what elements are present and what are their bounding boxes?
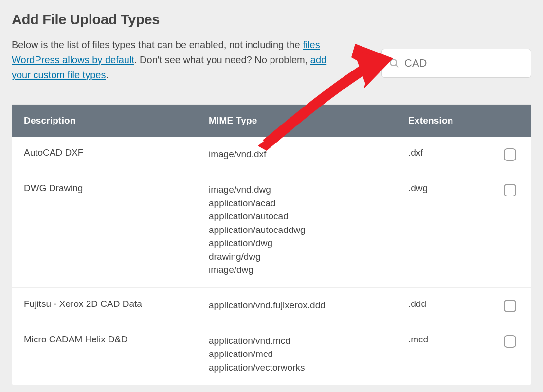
cell-mime: image/vnd.dwg application/acad applicati… xyxy=(197,172,397,287)
table-row: Micro CADAM Helix D&D application/vnd.mc… xyxy=(12,323,531,385)
enable-checkbox[interactable] xyxy=(504,335,516,348)
col-header-mime: MIME Type xyxy=(197,105,397,137)
file-types-table: Description MIME Type Extension AutoCAD … xyxy=(12,104,531,385)
cell-description: Micro CADAM Helix D&D xyxy=(12,323,197,356)
enable-checkbox[interactable] xyxy=(504,148,516,161)
intro-text: Below is the list of files types that ca… xyxy=(12,37,343,83)
page-title: Add File Upload Types xyxy=(12,12,531,28)
cell-description: Fujitsu - Xerox 2D CAD Data xyxy=(12,288,197,320)
intro-part1: Below is the list of files types that ca… xyxy=(12,39,303,50)
enable-checkbox[interactable] xyxy=(504,300,516,312)
col-header-extension: Extension xyxy=(397,105,486,137)
cell-extension: .ddd xyxy=(397,288,486,320)
col-header-toggle xyxy=(486,105,531,137)
svg-line-1 xyxy=(396,65,398,67)
search-box[interactable] xyxy=(381,49,531,78)
cell-mime: application/vnd.fujixerox.ddd xyxy=(197,288,397,323)
enable-checkbox[interactable] xyxy=(504,184,516,196)
intro-part2: . Don't see what you need? No problem, xyxy=(134,54,310,65)
col-header-description: Description xyxy=(12,105,197,137)
cell-mime: image/vnd.dxf xyxy=(197,137,397,172)
cell-description: AutoCAD DXF xyxy=(12,137,197,169)
table-header: Description MIME Type Extension xyxy=(12,105,531,137)
search-icon xyxy=(389,58,399,69)
search-input[interactable] xyxy=(399,57,524,70)
cell-extension: .dwg xyxy=(397,172,486,204)
cell-extension: .dxf xyxy=(397,137,486,169)
table-row: Fujitsu - Xerox 2D CAD Data application/… xyxy=(12,287,531,323)
table-row: AutoCAD DXF image/vnd.dxf .dxf xyxy=(12,137,531,172)
cell-mime: application/vnd.mcd application/mcd appl… xyxy=(197,323,397,385)
cell-description: DWG Drawing xyxy=(12,172,197,204)
intro-part3: . xyxy=(106,70,109,80)
cell-extension: .mcd xyxy=(397,323,486,356)
table-row: DWG Drawing image/vnd.dwg application/ac… xyxy=(12,172,531,287)
